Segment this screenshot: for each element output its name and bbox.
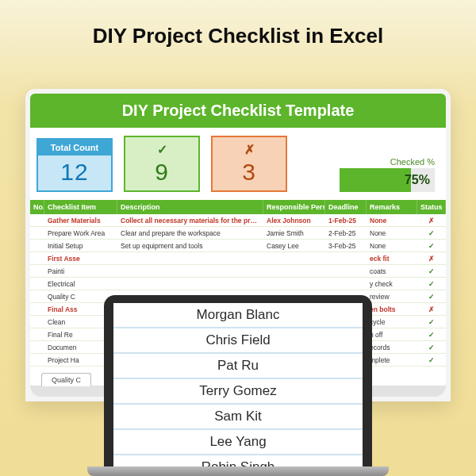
table-row[interactable]: Prepare Work AreaClear and prepare the w…	[30, 227, 446, 240]
total-count-card: Total Count 12	[36, 138, 113, 192]
name-list: Morgan BlancChris FieldPat RuTerry Gomez…	[113, 303, 363, 466]
table-row[interactable]: Electricaly check✓	[30, 278, 446, 290]
percent-wrap: Checked % 75%	[340, 157, 440, 192]
cell-status[interactable]: ✓	[417, 242, 446, 250]
header-responsible[interactable]: Responsible Person	[263, 200, 325, 214]
table-row[interactable]: Gather MaterialsCollect all necessary ma…	[30, 214, 446, 227]
cell-item[interactable]: Painti	[44, 267, 117, 275]
x-icon: ✗	[213, 140, 286, 159]
stats-row: Total Count 12 ✓ 9 ✗ 3 Checked % 75%	[30, 128, 446, 200]
table-row[interactable]: Painticoats✓	[30, 265, 446, 278]
cell-remarks[interactable]: review	[367, 293, 417, 301]
total-count-value: 12	[38, 159, 111, 186]
cell-desc[interactable]: Clear and prepare the workspace	[117, 229, 263, 237]
cell-desc[interactable]: Set up equipment and tools	[117, 242, 263, 250]
header-status[interactable]: Status	[417, 200, 446, 214]
cell-status[interactable]: ✓	[417, 356, 446, 364]
list-item[interactable]: Robin Singh	[113, 455, 363, 466]
cell-remarks[interactable]: y check	[367, 280, 417, 288]
percent-value: 75%	[405, 168, 430, 192]
header-description[interactable]: Description	[117, 200, 263, 214]
cell-remarks[interactable]: None	[367, 217, 417, 225]
cell-remarks[interactable]: ecords	[367, 344, 417, 351]
check-icon: ✓	[125, 140, 198, 159]
table-row[interactable]: First Asseeck fit✗	[30, 252, 446, 265]
cell-status[interactable]: ✓	[417, 331, 446, 339]
list-item[interactable]: Chris Field	[113, 328, 363, 354]
laptop-base	[87, 466, 389, 476]
cell-item[interactable]: Initial Setup	[44, 242, 117, 250]
cell-status[interactable]: ✗	[417, 217, 446, 225]
cell-status[interactable]: ✓	[417, 267, 446, 275]
cell-remarks[interactable]: mplete	[367, 356, 417, 364]
cell-status[interactable]: ✓	[417, 344, 446, 351]
cell-status[interactable]: ✓	[417, 293, 446, 301]
percent-label: Checked %	[340, 157, 435, 167]
list-item[interactable]: Terry Gomez	[113, 379, 363, 405]
laptop-frame: Morgan BlancChris FieldPat RuTerry Gomez…	[104, 295, 372, 466]
cell-item[interactable]: First Asse	[44, 255, 117, 263]
cell-deadline[interactable]: 2-Feb-25	[325, 229, 367, 237]
table-row[interactable]: Initial SetupSet up equipment and toolsC…	[30, 240, 446, 252]
page-title: DIY Project Checklist in Excel	[0, 0, 476, 63]
cell-status[interactable]: ✗	[417, 255, 446, 263]
checked-value: 9	[125, 159, 198, 186]
cell-remarks[interactable]: cycle	[367, 318, 417, 326]
cell-status[interactable]: ✓	[417, 318, 446, 326]
header-remarks[interactable]: Remarks	[367, 200, 417, 214]
cell-item[interactable]: Electrical	[44, 280, 117, 288]
list-item[interactable]: Morgan Blanc	[113, 303, 363, 328]
cell-status[interactable]: ✓	[417, 280, 446, 288]
cell-deadline[interactable]: 1-Feb-25	[325, 217, 367, 225]
cell-remarks[interactable]: coats	[367, 267, 417, 275]
template-banner: DIY Project Checklist Template	[30, 94, 446, 128]
header-deadline[interactable]: Deadline	[325, 200, 367, 214]
list-item[interactable]: Pat Ru	[113, 354, 363, 379]
cell-item[interactable]: Gather Materials	[44, 217, 117, 225]
list-item[interactable]: Sam Kit	[113, 405, 363, 430]
header-item[interactable]: Checklist Item	[44, 200, 117, 214]
list-item[interactable]: Lee Yang	[113, 430, 363, 455]
cell-item[interactable]: Prepare Work Area	[44, 229, 117, 237]
percent-fill	[340, 168, 411, 192]
unchecked-card: ✗ 3	[211, 136, 287, 192]
cell-remarks[interactable]: eck fit	[367, 255, 417, 263]
cell-desc[interactable]: Collect all necessary materials for the …	[117, 217, 263, 225]
laptop: Morgan BlancChris FieldPat RuTerry Gomez…	[104, 295, 372, 476]
cell-resp[interactable]: Alex Johnson	[263, 217, 325, 225]
percent-bar: 75%	[340, 168, 435, 192]
checked-card: ✓ 9	[124, 136, 200, 192]
header-no[interactable]: No.	[30, 200, 44, 214]
cell-resp[interactable]: Casey Lee	[263, 242, 325, 250]
sheet-tab[interactable]: Quality C	[41, 373, 91, 386]
total-count-label: Total Count	[38, 140, 111, 155]
table-headers: No. Checklist Item Description Responsib…	[30, 200, 446, 214]
cell-resp[interactable]: Jamie Smith	[263, 229, 325, 237]
cell-status[interactable]: ✗	[417, 305, 446, 313]
unchecked-value: 3	[213, 159, 286, 186]
cell-remarks[interactable]: n off	[367, 331, 417, 339]
cell-status[interactable]: ✓	[417, 229, 446, 237]
cell-remarks[interactable]: en bolts	[367, 305, 417, 313]
cell-remarks[interactable]: None	[367, 242, 417, 250]
cell-deadline[interactable]: 3-Feb-25	[325, 242, 367, 250]
cell-remarks[interactable]: None	[367, 229, 417, 237]
